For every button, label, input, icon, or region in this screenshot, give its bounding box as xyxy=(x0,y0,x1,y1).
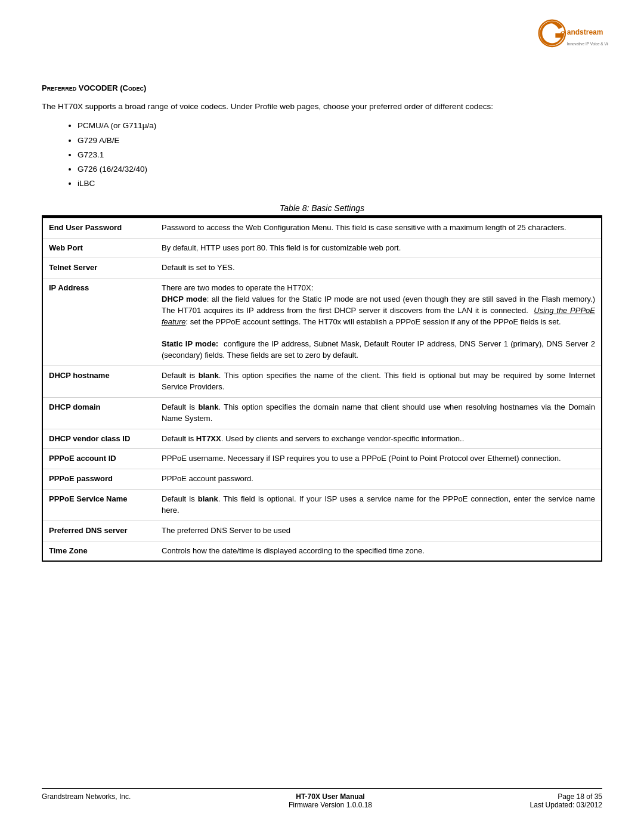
section-heading: Preferred VOCODER (Codec) xyxy=(42,83,602,92)
field-description: There are two modes to operate the HT70X… xyxy=(156,278,602,366)
field-description: PPPoE account password. xyxy=(156,469,602,490)
field-description: Default is HT7XX. Used by clients and se… xyxy=(156,429,602,449)
page-container: andstream Innovative IP Voice & Video e … xyxy=(0,0,644,833)
table-row: Telnet Server Default is set to YES. xyxy=(42,258,602,278)
list-item: iLBC xyxy=(78,176,602,191)
table-row: PPPoE account ID PPPoE username. Necessa… xyxy=(42,449,602,469)
footer-firmware: Firmware Version 1.0.0.18 xyxy=(289,801,372,809)
table-row: Preferred DNS server The preferred DNS S… xyxy=(42,521,602,541)
field-description: Default is blank. This field is optional… xyxy=(156,490,602,521)
field-label: PPPoE password xyxy=(42,469,156,490)
table-row: PPPoE Service Name Default is blank. Thi… xyxy=(42,490,602,521)
footer-manual-title: HT-70X User Manual xyxy=(289,792,372,801)
svg-text:andstream: andstream xyxy=(567,28,603,36)
field-label: DHCP hostname xyxy=(42,366,156,398)
table-row: Web Port By default, HTTP uses port 80. … xyxy=(42,238,602,258)
field-description: By default, HTTP uses port 80. This fiel… xyxy=(156,238,602,258)
heading-codec: Codec xyxy=(123,83,144,92)
field-description: Default is blank. This option specifies … xyxy=(156,397,602,429)
settings-table: End User Password Password to access the… xyxy=(42,217,602,562)
table-row: DHCP hostname Default is blank. This opt… xyxy=(42,366,602,398)
footer-center: HT-70X User Manual Firmware Version 1.0.… xyxy=(289,792,372,809)
list-item: G726 (16/24/32/40) xyxy=(78,162,602,176)
intro-paragraph: The HT70X supports a broad range of voic… xyxy=(42,101,602,113)
table-row: DHCP domain Default is blank. This optio… xyxy=(42,397,602,429)
field-label: DHCP domain xyxy=(42,397,156,429)
page-footer: Grandstream Networks, Inc. HT-70X User M… xyxy=(42,788,602,809)
field-description: Default is set to YES. xyxy=(156,258,602,278)
table-row: PPPoE password PPPoE account password. xyxy=(42,469,602,490)
field-label: DHCP vendor class ID xyxy=(42,429,156,449)
field-description: Password to access the Web Configuration… xyxy=(156,218,602,238)
heading-vocoder: VOCODER ( xyxy=(79,83,123,92)
grandstream-logo: andstream Innovative IP Voice & Video e xyxy=(537,18,608,54)
field-label: Preferred DNS server xyxy=(42,521,156,541)
svg-text:e: e xyxy=(560,26,565,39)
footer-right: Page 18 of 35 Last Updated: 03/2012 xyxy=(530,792,602,809)
field-label: Time Zone xyxy=(42,541,156,561)
field-label: End User Password xyxy=(42,218,156,238)
main-content: Preferred VOCODER (Codec) The HT70X supp… xyxy=(42,83,602,562)
table-row: Time Zone Controls how the date/time is … xyxy=(42,541,602,561)
list-item: PCMU/A (or G711μ/a) xyxy=(78,119,602,133)
heading-text: Preferred xyxy=(42,83,76,92)
field-label: PPPoE account ID xyxy=(42,449,156,469)
logo-area: andstream Innovative IP Voice & Video e xyxy=(537,18,608,55)
table-row: End User Password Password to access the… xyxy=(42,218,602,238)
field-label: Telnet Server xyxy=(42,258,156,278)
table-row: DHCP vendor class ID Default is HT7XX. U… xyxy=(42,429,602,449)
footer-updated: Last Updated: 03/2012 xyxy=(530,801,602,809)
field-description: Controls how the date/time is displayed … xyxy=(156,541,602,561)
footer-left: Grandstream Networks, Inc. xyxy=(42,792,131,809)
field-label: Web Port xyxy=(42,238,156,258)
field-label: IP Address xyxy=(42,278,156,366)
field-description: The preferred DNS Server to be used xyxy=(156,521,602,541)
field-description: Default is blank. This option specifies … xyxy=(156,366,602,398)
table-caption: Table 8: Basic Settings xyxy=(42,203,602,213)
codec-list: PCMU/A (or G711μ/a) G729 A/B/E G723.1 G7… xyxy=(78,119,602,191)
table-row: IP Address There are two modes to operat… xyxy=(42,278,602,366)
svg-text:Innovative IP Voice & Video: Innovative IP Voice & Video xyxy=(567,42,608,46)
footer-page: Page 18 of 35 xyxy=(530,792,602,801)
field-label: PPPoE Service Name xyxy=(42,490,156,521)
list-item: G729 A/B/E xyxy=(78,134,602,148)
field-description: PPPoE username. Necessary if ISP require… xyxy=(156,449,602,469)
list-item: G723.1 xyxy=(78,148,602,162)
